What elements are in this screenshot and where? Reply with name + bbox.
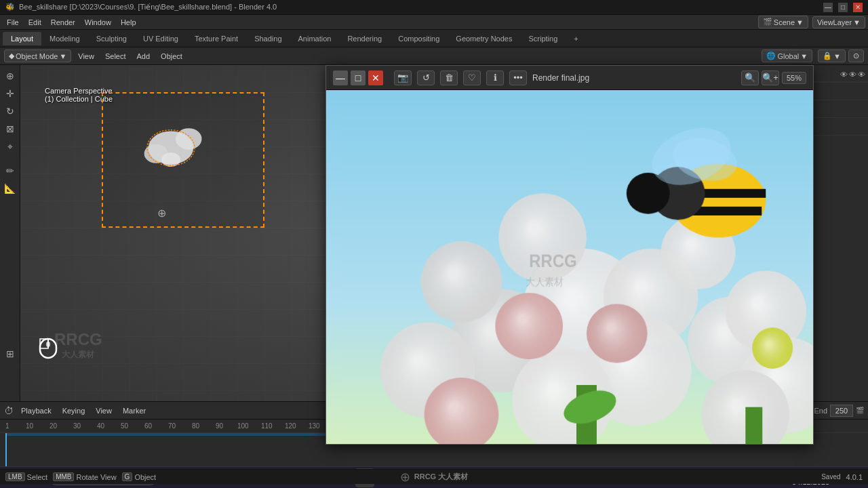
select-key: LMB [5, 472, 25, 481]
marker-menu[interactable]: Marker [119, 405, 149, 416]
move-tool[interactable]: ✛ [2, 85, 18, 102]
add-tool[interactable]: ⊞ [2, 346, 18, 362]
mode-label: Object Mode [16, 52, 58, 60]
frame-num-120: 120 [285, 422, 296, 430]
tab-scripting[interactable]: Scripting [520, 32, 566, 45]
mode-icon: ◆ [9, 52, 14, 60]
frame-num-100: 100 [237, 422, 249, 430]
render-minimize-btn[interactable]: — [333, 70, 348, 85]
tab-uv-editing[interactable]: UV Editing [135, 32, 186, 45]
tab-geometry-nodes[interactable]: Geometry Nodes [448, 32, 520, 45]
view-layer-dropdown-icon: ▼ [853, 18, 861, 26]
scale-tool[interactable]: ⊠ [2, 121, 18, 137]
saved-indicator: Saved [821, 473, 840, 481]
render-delete-btn[interactable]: 🗑 [440, 70, 458, 85]
scene-selector[interactable]: 🎬 Scene ▼ [758, 16, 808, 28]
render-title: Render final.jpg [532, 73, 736, 83]
frame-num-40: 40 [97, 422, 104, 430]
menu-render[interactable]: Render [47, 17, 79, 28]
camera-perspective-label: Camera Perspective [45, 87, 113, 95]
maximize-button[interactable]: □ [838, 3, 848, 12]
annotate-tool[interactable]: ✏ [2, 163, 18, 179]
status-object: G Object [122, 472, 157, 481]
menu-file[interactable]: File [3, 17, 23, 28]
rotate-label: Rotate View [76, 473, 116, 481]
tab-rendering[interactable]: Rendering [339, 32, 390, 45]
render-zoom-out-btn[interactable]: 🔍 [741, 70, 759, 85]
frame-num-50: 50 [121, 422, 128, 430]
select-menu[interactable]: Select [101, 51, 130, 62]
view-menu[interactable]: View [74, 51, 98, 62]
render-star-btn[interactable]: ♡ [463, 70, 481, 85]
cursor-tool[interactable]: ⊕ [2, 68, 18, 84]
watermark: RRCG 大人素材 [54, 330, 102, 361]
version-label: 4.0.1 [846, 473, 863, 481]
render-window: — □ ✕ 📷 ↺ 🗑 ♡ ℹ ••• Render final.jpg 🔍 🔍… [326, 65, 814, 445]
tab-sculpting[interactable]: Sculpting [88, 32, 135, 45]
proportional-edit-btn[interactable]: ⊙ [848, 49, 864, 62]
tab-modeling[interactable]: Modeling [41, 32, 88, 45]
render-refresh-btn[interactable]: ↺ [417, 70, 435, 85]
keying-menu[interactable]: Keying [59, 405, 89, 416]
mode-dropdown-icon: ▼ [59, 52, 66, 60]
rrcg-text: RRCG 大人素材 [414, 472, 468, 482]
add-menu[interactable]: Add [133, 51, 155, 62]
object-mode-dropdown[interactable]: ◆ Object Mode ▼ [4, 49, 71, 62]
render-camera-btn[interactable]: 📷 [394, 70, 412, 85]
select-label: Select [27, 473, 48, 481]
statusbar-watermark: ⊕ RRCG 大人素材 [400, 470, 468, 485]
view-menu-tl[interactable]: View [92, 405, 115, 416]
render-icon-tl: 🎬 [856, 407, 864, 414]
scene-icon: 🎬 [763, 18, 772, 26]
tab-texture-paint[interactable]: Texture Paint [186, 32, 246, 45]
view-layer-selector[interactable]: ViewLayer ▼ [812, 16, 865, 28]
blender-logo: 🐝 [5, 3, 15, 12]
left-toolbar: ⊕ ✛ ↻ ⊠ ⌖ ✏ 📐 ⊞ [0, 65, 20, 401]
frame-num-30: 30 [73, 422, 81, 430]
window-title: Bee_skillshare [D:\2023\Courses\9. [Tiến… [19, 3, 277, 12]
render-image-area[interactable] [326, 90, 813, 444]
transform-dropdown[interactable]: 🌐 Global ▼ [762, 49, 812, 62]
render-maximize-btn[interactable]: □ [351, 70, 366, 85]
frame-num-1: 1 [5, 422, 9, 430]
render-more-btn[interactable]: ••• [509, 70, 527, 85]
render-zoom-in-btn[interactable]: 🔍+ [762, 70, 779, 85]
camera-view-border: ⊕ [102, 92, 264, 228]
tab-animation[interactable]: Animation [290, 32, 340, 45]
workspace-tabs: Layout Modeling Sculpting UV Editing Tex… [0, 30, 868, 47]
tab-compositing[interactable]: Compositing [390, 32, 448, 45]
titlebar: 🐝 Bee_skillshare [D:\2023\Courses\9. [Ti… [0, 0, 868, 15]
transform-icon: 🌐 [766, 52, 776, 60]
frame-num-90: 90 [216, 422, 223, 430]
timeline-icon: ⏱ [4, 405, 14, 416]
close-button[interactable]: ✕ [853, 3, 863, 12]
measure-tool[interactable]: 📐 [2, 180, 18, 197]
rotate-tool[interactable]: ↻ [2, 103, 18, 119]
tab-add[interactable]: + [566, 32, 586, 45]
object-label: Object [134, 473, 156, 481]
transform-tool[interactable]: ⌖ [2, 138, 18, 155]
render-info-btn[interactable]: ℹ [486, 70, 504, 85]
object-key: G [122, 472, 133, 481]
end-frame-input[interactable] [830, 405, 853, 417]
frame-num-70: 70 [168, 422, 176, 430]
tab-shading[interactable]: Shading [246, 32, 290, 45]
menu-edit[interactable]: Edit [24, 17, 45, 28]
frame-num-20: 20 [50, 422, 57, 430]
object-menu[interactable]: Object [157, 51, 186, 62]
titlebar-left: 🐝 Bee_skillshare [D:\2023\Courses\9. [Ti… [5, 3, 277, 12]
render-filename: Render final.jpg [532, 73, 589, 83]
rrcg-logo: ⊕ [400, 470, 410, 485]
titlebar-controls: — □ ✕ [823, 3, 863, 12]
render-close-btn[interactable]: ✕ [368, 70, 383, 85]
menu-help[interactable]: Help [117, 17, 140, 28]
minimize-button[interactable]: — [823, 3, 833, 12]
menu-window[interactable]: Window [81, 17, 115, 28]
tab-layout[interactable]: Layout [3, 32, 41, 45]
playback-menu[interactable]: Playback [18, 405, 55, 416]
status-bar: LMB Select MMB Rotate View G Object ⊕ RR… [0, 469, 868, 484]
cursor-crosshair: ⊕ [157, 207, 166, 220]
frame-num-60: 60 [144, 422, 152, 430]
snap-dropdown[interactable]: 🔒 ▼ [818, 49, 846, 62]
status-select: LMB Select [5, 472, 47, 481]
